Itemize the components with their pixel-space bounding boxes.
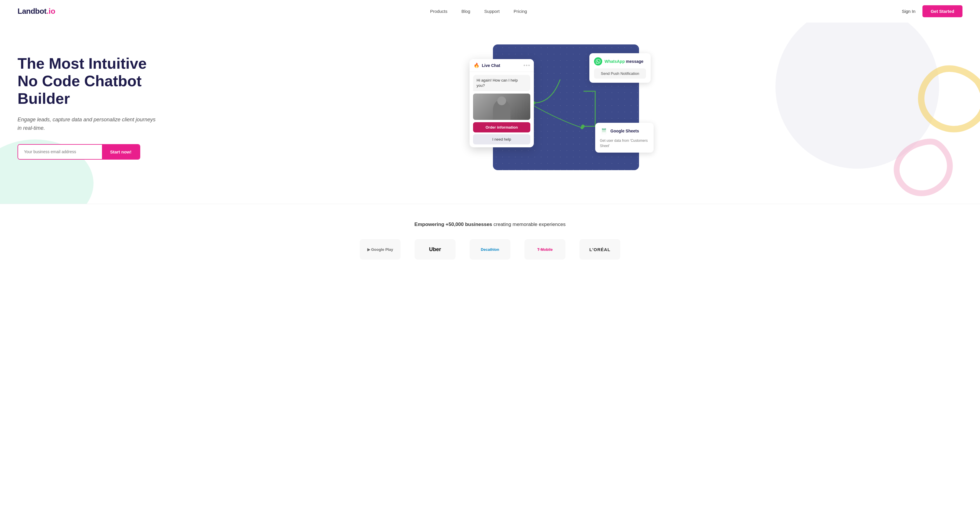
- dot1: [523, 65, 525, 66]
- svg-rect-7: [602, 132, 606, 132]
- sign-in-link[interactable]: Sign In: [902, 9, 915, 14]
- nav-links: Products Blog Support Pricing: [430, 9, 527, 14]
- gsheets-header: Sheets Google Sheets: [600, 127, 649, 135]
- email-input[interactable]: [18, 145, 102, 159]
- logo-label: Uber: [429, 247, 441, 253]
- bottom-tagline-bold: Empowering +50,000 businesses: [414, 221, 492, 227]
- chat-header-left: 🔥 Live Chat: [474, 62, 500, 68]
- nav-products[interactable]: Products: [430, 9, 447, 14]
- hero-title: The Most Intuitive No Code Chatbot Build…: [18, 55, 158, 107]
- logo-io: io: [48, 7, 55, 16]
- nav-right: Sign In Get Started: [902, 5, 963, 17]
- bottom-tagline: Empowering +50,000 businesses creating m…: [18, 221, 963, 228]
- svg-rect-6: [602, 131, 606, 132]
- chat-avatar: [473, 94, 530, 120]
- logo-uber: Uber: [415, 239, 455, 259]
- dot3: [528, 65, 530, 66]
- chat-body: Hi again! How can I help you? Order info…: [469, 72, 534, 147]
- nav-blog[interactable]: Blog: [461, 9, 470, 14]
- bottom-section: Empowering +50,000 businesses creating m…: [0, 204, 980, 277]
- logo-dot: .: [46, 7, 48, 16]
- whatsapp-icon: [594, 57, 602, 65]
- nav-support[interactable]: Support: [484, 9, 500, 14]
- get-started-button[interactable]: Get Started: [923, 5, 963, 17]
- whatsapp-title-suffix: message: [625, 59, 643, 64]
- svg-point-1: [581, 124, 585, 128]
- fire-emoji: 🔥: [474, 62, 479, 68]
- svg-rect-4: [602, 129, 606, 130]
- email-form: Start now!: [18, 144, 140, 159]
- need-help-button[interactable]: I need help: [473, 134, 530, 145]
- logo-loreal: L'ORÉAL: [579, 239, 620, 259]
- logo-text: Landbot: [18, 7, 46, 16]
- chat-bubble: Hi again! How can I help you?: [473, 75, 530, 91]
- logo[interactable]: Landbot.io: [18, 7, 55, 16]
- logo-label: Decathlon: [481, 247, 500, 252]
- svg-text:Sheets: Sheets: [603, 128, 605, 129]
- order-information-button[interactable]: Order information: [473, 122, 530, 132]
- logo-label: T-Mobile: [537, 247, 553, 252]
- chat-menu-dots[interactable]: [523, 65, 530, 66]
- navbar: Landbot.io Products Blog Support Pricing…: [0, 0, 980, 22]
- whatsapp-title: WhatsApp message: [605, 59, 643, 64]
- logo-label: ▶ Google Play: [367, 247, 393, 252]
- start-button[interactable]: Start now!: [102, 145, 140, 159]
- nav-pricing[interactable]: Pricing: [514, 9, 527, 14]
- logo-label: L'ORÉAL: [589, 247, 610, 252]
- google-sheets-card: Sheets Google Sheets Get user data from …: [595, 123, 654, 153]
- gsheets-description: Get user data from 'Customers Sheet': [600, 138, 649, 148]
- svg-point-2: [581, 126, 584, 129]
- live-chat-title: Live Chat: [482, 63, 500, 68]
- logo-tmobile: T-Mobile: [525, 239, 565, 259]
- whatsapp-brand: WhatsApp: [605, 59, 625, 64]
- logo-google-play: ▶ Google Play: [360, 239, 401, 259]
- bottom-tagline-rest: creating memorable experiences: [492, 221, 565, 227]
- hero-left: The Most Intuitive No Code Chatbot Build…: [18, 55, 158, 159]
- builder-panel: 🔥 Live Chat Hi again! How can I help you…: [493, 45, 639, 170]
- dot2: [526, 65, 527, 66]
- logo-decathlon: Decathlon: [469, 239, 511, 259]
- whatsapp-header: WhatsApp message: [594, 57, 646, 65]
- logos-row: ▶ Google Play Uber Decathlon T-Mobile L'…: [18, 239, 963, 259]
- live-chat-widget: 🔥 Live Chat Hi again! How can I help you…: [469, 59, 534, 147]
- hero-right: 🔥 Live Chat Hi again! How can I help you…: [158, 34, 963, 180]
- whatsapp-card: WhatsApp message Send Push Notification: [589, 53, 651, 83]
- hero-subtitle: Engage leads, capture data and personali…: [18, 115, 158, 132]
- gsheets-title: Google Sheets: [610, 129, 639, 133]
- gsheets-icon: Sheets: [600, 127, 608, 135]
- chat-header: 🔥 Live Chat: [469, 59, 534, 72]
- send-push-notification-button[interactable]: Send Push Notification: [594, 68, 646, 79]
- hero-section: The Most Intuitive No Code Chatbot Build…: [0, 22, 980, 204]
